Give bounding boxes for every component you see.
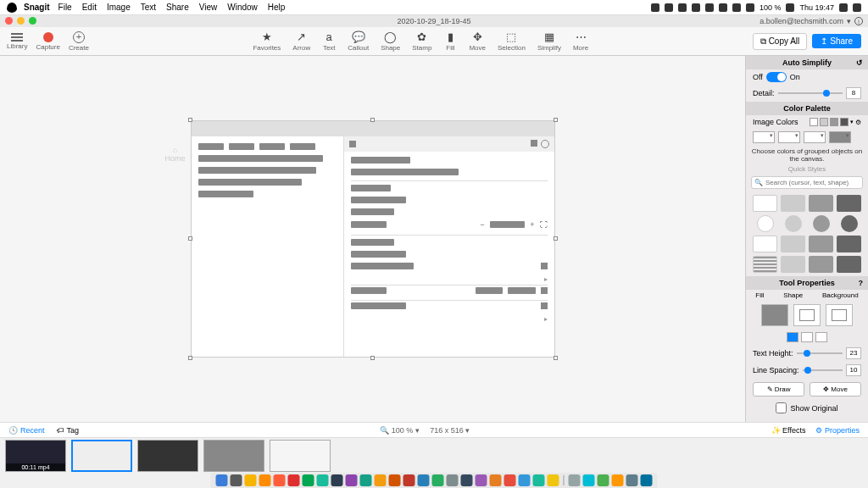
selection-handle[interactable]: [370, 118, 375, 122]
quick-styles-search[interactable]: 🔍: [751, 176, 863, 189]
shape-preview[interactable]: [793, 304, 821, 326]
thumbnail[interactable]: [203, 440, 264, 472]
dock-app-icon[interactable]: [447, 474, 459, 486]
share-button[interactable]: ↥Share: [812, 34, 861, 48]
dock-app-icon[interactable]: [490, 474, 502, 486]
menu-text[interactable]: Text: [141, 3, 156, 12]
selection-handle[interactable]: [554, 236, 558, 241]
draw-button[interactable]: ✎ Draw: [753, 382, 804, 396]
dock-app-icon[interactable]: [259, 474, 271, 486]
tool-shape[interactable]: ◯Shape: [381, 31, 400, 52]
info-icon[interactable]: i: [854, 17, 863, 25]
capture-icon[interactable]: [43, 32, 53, 42]
detail-slider[interactable]: [778, 92, 843, 94]
dock-app-icon[interactable]: [245, 474, 257, 486]
tool-move[interactable]: ✥Move: [469, 31, 486, 52]
dock-app-icon[interactable]: [360, 474, 372, 486]
dock-app-icon[interactable]: [375, 474, 387, 486]
style-swatch[interactable]: [781, 195, 805, 212]
line-spacing-slider[interactable]: [803, 369, 843, 371]
dock-app-icon[interactable]: [533, 474, 545, 486]
maximize-window-icon[interactable]: [29, 17, 36, 25]
style-swatch[interactable]: [809, 256, 833, 273]
dock-app-icon[interactable]: [288, 474, 300, 486]
thumbnail[interactable]: [71, 440, 132, 472]
properties-button[interactable]: ⚙ Properties: [815, 426, 860, 435]
tab-fill[interactable]: Fill: [755, 291, 764, 299]
style-swatch[interactable]: [757, 215, 774, 232]
account-area[interactable]: a.bollen@techsmith.com ▾ i: [760, 17, 863, 25]
effects-button[interactable]: ✨ Effects: [771, 426, 806, 435]
zoom-value[interactable]: 100 %: [392, 426, 414, 435]
palette-swatch[interactable]: [830, 118, 838, 126]
dock-app-icon[interactable]: [231, 474, 242, 486]
account-dropdown-icon[interactable]: ▾: [847, 17, 851, 25]
palette-swatch[interactable]: [820, 118, 828, 126]
background-preview[interactable]: [826, 304, 853, 326]
style-swatch[interactable]: [753, 236, 777, 252]
recent-button[interactable]: 🕓 Recent: [8, 426, 45, 435]
color-style[interactable]: [804, 131, 826, 143]
fill-preview[interactable]: [761, 304, 788, 326]
color-style[interactable]: [829, 131, 851, 143]
align-center-button[interactable]: [801, 332, 813, 342]
thumbnail[interactable]: 00:11 mp4: [5, 440, 66, 472]
palette-swatch[interactable]: [810, 118, 818, 126]
color-style[interactable]: [778, 131, 800, 143]
dock-app-icon[interactable]: [403, 474, 415, 486]
dock-app-icon[interactable]: [216, 474, 228, 486]
move-button[interactable]: ✥ Move: [810, 382, 861, 396]
create-icon[interactable]: +: [73, 31, 85, 43]
dock-app-icon[interactable]: [432, 474, 444, 486]
dock-app-icon[interactable]: [389, 474, 401, 486]
tab-shape[interactable]: Shape: [783, 291, 803, 299]
style-swatch[interactable]: [753, 195, 777, 212]
selection-handle[interactable]: [188, 118, 192, 122]
align-left-button[interactable]: [787, 332, 798, 342]
dock-app-icon[interactable]: [274, 474, 286, 486]
menu-edit[interactable]: Edit: [82, 3, 97, 12]
zoom-icon[interactable]: 🔍: [380, 426, 389, 435]
tool-text[interactable]: aText: [322, 31, 336, 52]
copy-all-button[interactable]: ⧉Copy All: [753, 33, 808, 50]
text-height-slider[interactable]: [797, 352, 843, 354]
palette-gear-icon[interactable]: ⚙: [855, 119, 861, 126]
tool-more[interactable]: ⋯More: [573, 31, 588, 52]
dock-app-icon[interactable]: [317, 474, 329, 486]
style-swatch[interactable]: [837, 256, 861, 273]
text-height-value[interactable]: 23: [846, 347, 861, 359]
dock-app-icon[interactable]: [598, 474, 609, 486]
align-right-button[interactable]: [815, 332, 827, 342]
dock-app-icon[interactable]: [504, 474, 516, 486]
show-original-checkbox[interactable]: [776, 402, 787, 413]
menu-image[interactable]: Image: [107, 3, 131, 12]
canvas[interactable]: −+⛶ ▸ ▸: [191, 120, 555, 358]
minimize-window-icon[interactable]: [17, 17, 25, 25]
tool-simplify[interactable]: ▦Simplify: [537, 31, 561, 52]
style-swatch[interactable]: [781, 236, 805, 252]
dock-app-icon[interactable]: [569, 474, 581, 486]
spotlight-icon[interactable]: [839, 3, 848, 12]
dimensions-dropdown-icon[interactable]: ▾: [465, 426, 470, 435]
line-spacing-value[interactable]: 10: [846, 364, 861, 376]
menu-share[interactable]: Share: [166, 3, 189, 12]
dock-app-icon[interactable]: [641, 474, 653, 486]
auto-simplify-toggle[interactable]: [766, 72, 787, 82]
style-swatch[interactable]: [809, 195, 833, 212]
search-input[interactable]: [751, 176, 863, 189]
style-swatch[interactable]: [837, 195, 861, 212]
style-swatch[interactable]: [785, 215, 802, 232]
style-swatch[interactable]: [841, 215, 858, 232]
selection-handle[interactable]: [554, 118, 558, 122]
dock-app-icon[interactable]: [461, 474, 473, 486]
tag-button[interactable]: 🏷 Tag: [57, 426, 80, 435]
dock-app-icon[interactable]: [583, 474, 595, 486]
selection-handle[interactable]: [554, 356, 558, 360]
style-swatch[interactable]: [837, 236, 861, 252]
palette-dropdown-icon[interactable]: ▾: [850, 119, 854, 125]
tool-favorites[interactable]: ★Favorites: [253, 31, 281, 52]
selection-handle[interactable]: [370, 356, 375, 360]
tool-selection[interactable]: ⬚Selection: [498, 31, 526, 52]
dock-app-icon[interactable]: [626, 474, 638, 486]
menu-file[interactable]: File: [58, 3, 72, 12]
